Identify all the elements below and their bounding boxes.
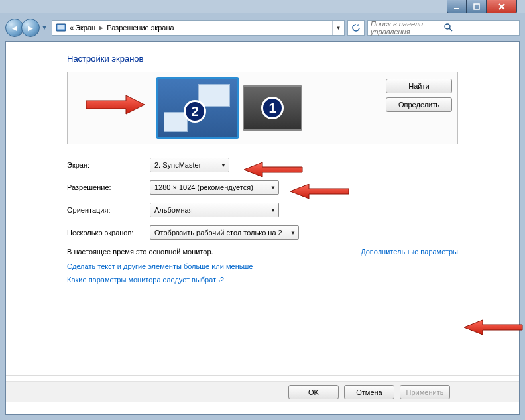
monitor-2[interactable]: 2 [156, 77, 239, 139]
breadcrumb: « Экран ▶ Разрешение экрана [70, 24, 332, 32]
svg-rect-3 [58, 25, 65, 30]
svg-rect-0 [454, 8, 459, 9]
nav-history-button[interactable]: ▼ [40, 21, 49, 34]
refresh-button[interactable] [347, 20, 365, 36]
close-button[interactable] [487, 0, 517, 13]
chevron-down-icon: ▼ [217, 162, 226, 168]
breadcrumb-seg1[interactable]: Экран [75, 24, 95, 32]
cancel-button[interactable]: Отмена [344, 385, 394, 399]
ok-button[interactable]: OK [288, 385, 339, 399]
which-settings-link[interactable]: Какие параметры монитора следует выбрать… [67, 276, 458, 284]
identify-button[interactable]: Определить [386, 97, 452, 112]
breadcrumb-back[interactable]: « [70, 24, 74, 32]
search-icon [443, 23, 516, 33]
control-panel-icon [54, 22, 68, 34]
apply-button: Применить [400, 385, 450, 399]
chevron-down-icon: ▼ [266, 207, 276, 213]
monitor-1-number: 1 [261, 97, 284, 119]
page-title: Настройки экранов [67, 54, 458, 64]
multi-combo[interactable]: Отобразить рабочий стол только на 2▼ [150, 225, 299, 240]
nav-forward-button[interactable]: ► [21, 19, 40, 37]
multi-label: Несколько экранов: [67, 229, 150, 236]
resolution-combo[interactable]: 1280 × 1024 (рекомендуется)▼ [150, 180, 279, 195]
chevron-down-icon: ▼ [286, 230, 296, 236]
display-combo[interactable]: 2. SyncMaster▼ [150, 158, 229, 172]
display-label: Экран: [67, 161, 150, 169]
monitor-1[interactable]: 1 [243, 85, 302, 131]
advanced-link[interactable]: Дополнительные параметры [361, 248, 458, 256]
monitor-2-number: 2 [184, 100, 206, 123]
svg-point-4 [445, 24, 450, 29]
primary-monitor-note: В настоящее время это основной монитор. [67, 248, 213, 256]
minimize-button[interactable] [447, 0, 467, 13]
monitor-preview-area: 2 1 Найти Определить [67, 72, 458, 144]
content-panel: Настройки экранов 2 1 Найти Определить Э… [5, 41, 520, 415]
resolution-label: Разрешение: [67, 184, 150, 191]
dialog-footer: OK Отмена Применить [6, 381, 519, 402]
svg-rect-1 [474, 4, 479, 9]
chevron-right-icon: ▶ [97, 25, 105, 31]
address-bar[interactable]: « Экран ▶ Разрешение экрана ▼ [52, 20, 345, 36]
maximize-button[interactable] [467, 0, 487, 13]
chevron-down-icon: ▼ [266, 185, 276, 191]
search-placeholder: Поиск в панели управления [371, 20, 443, 36]
breadcrumb-seg2[interactable]: Разрешение экрана [107, 24, 174, 32]
address-dropdown[interactable]: ▼ [332, 21, 344, 35]
divider [6, 375, 519, 376]
orientation-combo[interactable]: Альбомная▼ [150, 203, 279, 217]
find-button[interactable]: Найти [386, 79, 452, 93]
orientation-label: Ориентация: [67, 206, 150, 214]
textsize-link[interactable]: Сделать текст и другие элементы больше и… [67, 262, 458, 270]
search-input[interactable]: Поиск в панели управления [367, 20, 520, 36]
